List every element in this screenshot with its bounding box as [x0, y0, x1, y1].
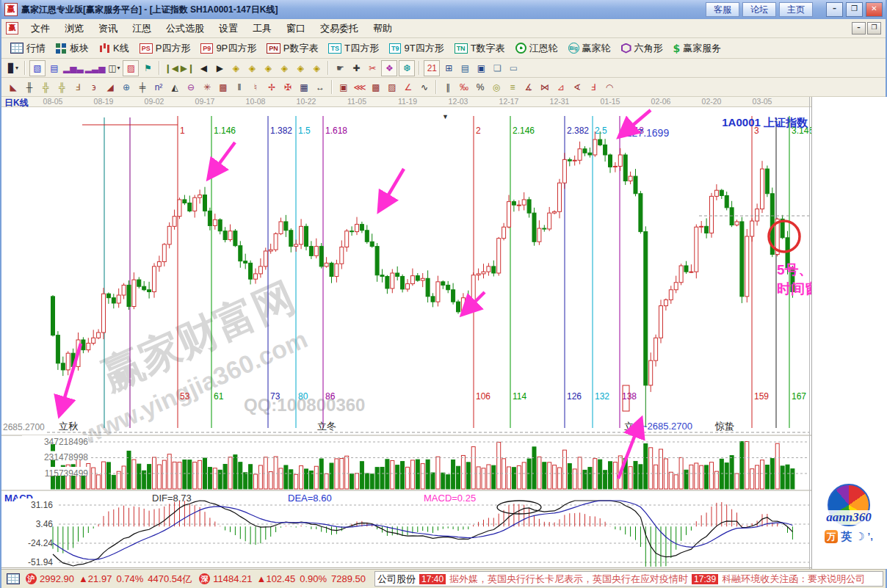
box-annotate-tool-icon[interactable]: ▣ [336, 80, 351, 95]
mdi-control-1[interactable]: ❐ [867, 22, 881, 35]
wave-line-tool-icon[interactable]: ∿ [417, 80, 432, 95]
calendar-icon[interactable]: 21 [424, 60, 440, 76]
toolbar-六角形[interactable]: 六角形 [616, 42, 668, 55]
menu-浏览[interactable]: 浏览 [58, 21, 90, 37]
snapshot-icon[interactable]: ❏ [490, 61, 504, 76]
kline-chart[interactable]: 08-0508-1909-0209-1710-0810-2211-0511-19… [1, 97, 811, 569]
menu-工具[interactable]: 工具 [246, 21, 278, 37]
first-bar-icon[interactable]: ❙◀ [164, 61, 178, 76]
candle-style-icon[interactable]: ◫▾ [106, 61, 121, 76]
fan-lines-tool-icon[interactable]: ⋘ [352, 80, 367, 95]
menu-交易委托[interactable]: 交易委托 [314, 21, 365, 37]
menu-文件[interactable]: 文件 [24, 21, 57, 37]
close-button[interactable]: ✕ [866, 2, 883, 17]
delete-line-tool-icon[interactable]: ✂ [365, 61, 380, 76]
triangle-tool-icon[interactable]: ⊿ [554, 80, 568, 95]
gann-grid-tool-icon[interactable]: ╫ [22, 80, 37, 95]
fib-tool-icon[interactable]: Ⅎ [70, 80, 85, 95]
natural-square-tool-icon[interactable]: ♮ [248, 80, 263, 95]
toolbar-行情[interactable]: 行情 [5, 42, 51, 55]
minichart-9-icon[interactable]: ▂▃▅ [85, 61, 106, 76]
time-span-tool-icon[interactable]: ↔ [313, 80, 327, 95]
angle-line-tool-icon[interactable]: ∠ [401, 80, 416, 95]
circle-cross-tool-icon[interactable]: ⊕ [119, 80, 134, 95]
toolbar-9T四方形[interactable]: T99T四方形 [384, 42, 449, 55]
ying-tool-icon[interactable]: ✠ [280, 80, 295, 95]
toolbar-赢家轮[interactable]: Big赢家轮 [563, 42, 616, 55]
pattern-window-icon[interactable]: ▨ [123, 60, 139, 76]
square-diag-tool-icon[interactable]: ▨ [385, 80, 399, 95]
prev-bar-icon[interactable]: ◀ [196, 61, 211, 76]
menu-公式选股[interactable]: 公式选股 [159, 21, 211, 37]
arc-tool-icon[interactable]: ◠ [602, 80, 617, 95]
diamond-shrink-v-icon[interactable]: ◈ [309, 61, 324, 76]
diamond-shrink-h-icon[interactable]: ◈ [277, 61, 292, 76]
diamond-left-icon[interactable]: ◈ [228, 61, 243, 76]
zoom-window-icon[interactable]: ▧ [29, 60, 46, 76]
hand-tool-icon[interactable]: ☛ [333, 61, 347, 76]
calculator-icon[interactable]: ⊞ [441, 61, 456, 76]
news-ticker[interactable]: 公司股份 17:40 据外媒，英国央行行长卡尼表示，英国央行在应对疫情时 17:… [374, 571, 883, 587]
save-disk-icon[interactable]: ▣ [474, 61, 488, 76]
wave-panel-icon[interactable]: ❆ [399, 60, 415, 76]
angle-measure-tool-icon[interactable]: ∡ [521, 80, 536, 95]
mdi-control-0[interactable]: – [852, 22, 866, 35]
gold-circle-tool-icon[interactable]: ◎ [489, 80, 504, 95]
menu-江恩[interactable]: 江恩 [126, 21, 158, 37]
toolbar-江恩轮[interactable]: 江恩轮 [510, 42, 563, 55]
pencil-tool-icon[interactable]: ◣ [6, 80, 21, 95]
info-panel-icon[interactable]: ▤ [47, 61, 62, 76]
toolbar-K线[interactable]: K线 [94, 42, 134, 55]
toolbar-P数字表[interactable]: PNP数字表 [261, 42, 323, 55]
angle-marker-tool-icon[interactable]: ◭ [167, 80, 182, 95]
printer-icon[interactable]: ▭ [506, 61, 521, 76]
memo-icon[interactable]: ▤ [457, 61, 472, 76]
shen-tool-icon[interactable]: ✢ [264, 80, 279, 95]
star-web-tool-icon[interactable]: ✳ [200, 80, 214, 95]
diamond-expand-v-icon[interactable]: ◈ [293, 61, 308, 76]
toolbar-P四方形[interactable]: PSP四方形 [134, 42, 196, 55]
permille-tool-icon[interactable]: ‰ [457, 80, 471, 95]
toolbar-赢家服务[interactable]: $赢家服务 [668, 42, 727, 55]
menu-窗口[interactable]: 窗口 [280, 21, 312, 37]
toolbar-T四方形[interactable]: TST四方形 [323, 42, 383, 55]
flag-chart-icon[interactable]: ⚑ [140, 61, 155, 76]
ruler-tool-icon[interactable]: ∥ [441, 80, 455, 95]
toolbar-9P四方形[interactable]: P99P四方形 [195, 42, 261, 55]
gann-box-tool-icon[interactable]: ╬ [38, 80, 53, 95]
parallel-tool-icon[interactable]: ‖ [232, 80, 247, 95]
menu-帮助[interactable]: 帮助 [366, 21, 399, 37]
gann-panel-icon[interactable]: ❖ [381, 60, 397, 76]
forum-button[interactable]: 论坛 [742, 2, 776, 17]
brush-tool-icon[interactable]: ◢ [103, 80, 117, 95]
grid-123-tool-icon[interactable]: ▦ [297, 80, 311, 95]
n-square-tool-icon[interactable]: n² [151, 80, 166, 95]
spiral-tool-icon[interactable]: ϶ [87, 80, 101, 95]
cross-wave-tool-icon[interactable]: ⋈ [537, 80, 552, 95]
last-bar-icon[interactable]: ▶❙ [180, 61, 195, 76]
f-line-tool-icon[interactable]: Ⅎ [586, 80, 601, 95]
service-button[interactable]: 客服 [706, 2, 739, 17]
kline-period-icon[interactable]: ▊▾ [6, 61, 21, 76]
crosshair-tool-icon[interactable]: ✚ [349, 61, 363, 76]
square-fan-tool-icon[interactable]: ▩ [369, 80, 383, 95]
gann-circle-tool-icon[interactable]: ⊖ [184, 80, 198, 95]
menu-设置[interactable]: 设置 [212, 21, 245, 37]
diamond-expand-h-icon[interactable]: ◈ [261, 61, 275, 76]
gann-box2-tool-icon[interactable]: ╬ [54, 80, 69, 95]
maximize-button[interactable]: ❐ [846, 2, 863, 17]
percent-tool-icon[interactable]: % [473, 80, 488, 95]
minichart-3-icon[interactable]: ▂▅▃ [63, 61, 84, 76]
menu-资讯[interactable]: 资讯 [92, 21, 124, 37]
diamond-right-icon[interactable]: ◈ [245, 61, 259, 76]
quote-grid-icon[interactable] [7, 573, 20, 584]
minimize-button[interactable]: – [826, 2, 843, 17]
gold-levels-tool-icon[interactable]: ≡ [505, 80, 520, 95]
next-bar-icon[interactable]: ▶ [212, 61, 227, 76]
speed-line-tool-icon[interactable]: ∢ [570, 80, 584, 95]
web-tool-icon[interactable]: ▩ [216, 80, 231, 95]
home-button[interactable]: 主页 [779, 2, 813, 17]
grid-h-tool-icon[interactable]: ╪ [135, 80, 150, 95]
toolbar-T数字表[interactable]: TNT数字表 [449, 42, 510, 55]
toolbar-板块[interactable]: 板块 [51, 42, 94, 55]
